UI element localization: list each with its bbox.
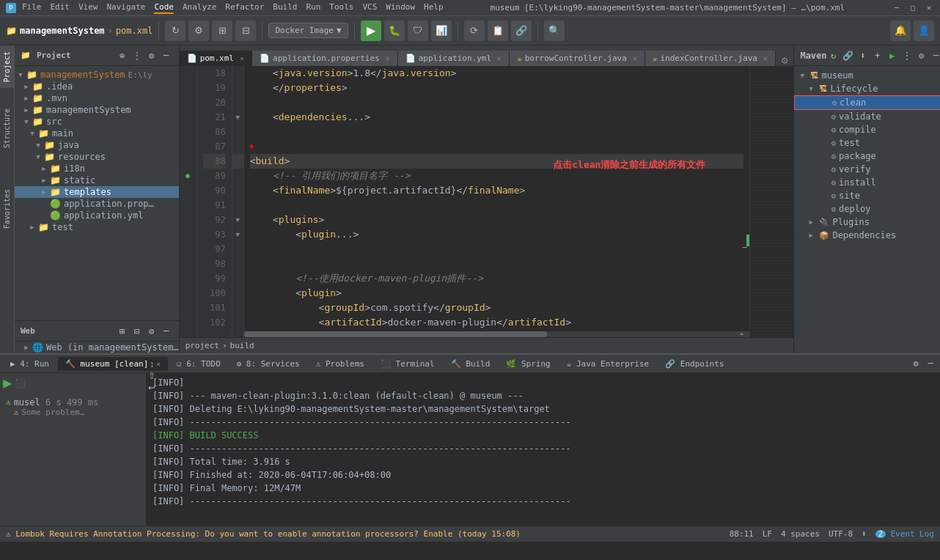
project-label[interactable]: managementSystem	[20, 26, 105, 36]
breadcrumb-build[interactable]: build	[230, 341, 254, 350]
panel-settings-button[interactable]: ⚙	[145, 49, 158, 62]
maven-refresh-button[interactable]: ↻	[827, 49, 840, 62]
minimize-button[interactable]: ─	[892, 3, 902, 13]
web-expand-button[interactable]: ⊞	[116, 325, 129, 338]
menu-run[interactable]: Run	[306, 2, 320, 14]
maven-item-package[interactable]: ⚙ package	[794, 150, 940, 163]
wrap-btn[interactable]: ↩	[148, 383, 155, 393]
profiler-button[interactable]: 📊	[431, 21, 452, 41]
side-btn1[interactable]: ↕	[148, 359, 155, 369]
maven-settings-button[interactable]: ⚙	[915, 49, 928, 62]
vcs-button[interactable]: 📋	[488, 21, 508, 41]
project-side-tab[interactable]: Project	[0, 45, 14, 88]
maximize-button[interactable]: □	[908, 3, 918, 13]
settings-button[interactable]: ⚙	[188, 21, 209, 41]
line-ending-indicator[interactable]: LF	[763, 529, 772, 539]
tab-close-icon[interactable]: ✕	[386, 54, 390, 62]
tree-item-app-props[interactable]: 🟢 application.prop…	[15, 198, 179, 210]
maven-item-clean[interactable]: ⚙ clean	[794, 95, 940, 110]
tree-item-i18n[interactable]: ▶ 📁 i18n	[15, 163, 179, 174]
expand-button[interactable]: ⊞	[212, 21, 232, 41]
tab-app-props[interactable]: 📄 application.properties ✕	[252, 51, 398, 66]
maven-item-site[interactable]: ⚙ site	[794, 189, 940, 202]
run-button[interactable]: ▶	[361, 21, 381, 41]
tree-item-main[interactable]: ▼ 📁 main	[15, 128, 179, 139]
maven-item-install[interactable]: ⚙ install	[794, 176, 940, 189]
tab-close-icon[interactable]: ✕	[240, 54, 244, 62]
maven-add-button[interactable]: +	[871, 49, 884, 62]
run-green-button[interactable]: ▶	[3, 376, 12, 390]
terminal-tab[interactable]: ⬛ Terminal	[373, 357, 442, 371]
menu-file[interactable]: File	[22, 2, 42, 14]
search-everywhere-button[interactable]: 🔍	[544, 21, 565, 41]
web-settings-button[interactable]: ⚙	[145, 325, 158, 338]
menu-view[interactable]: View	[78, 2, 98, 14]
filter-button[interactable]: ⋮	[131, 49, 144, 62]
tree-item-static[interactable]: ▶ 📁 static	[15, 174, 179, 186]
refresh-button[interactable]: ↻	[165, 21, 186, 41]
file-label[interactable]: pom.xml	[116, 26, 153, 36]
menu-build[interactable]: Build	[273, 2, 297, 14]
problems-tab[interactable]: ⚠ Problems	[309, 357, 372, 371]
tree-item-idea[interactable]: ▶ 📁 .idea	[15, 81, 179, 92]
tab-close-icon[interactable]: ✕	[633, 54, 637, 62]
event-log-button[interactable]: 2 Event Log	[875, 529, 934, 539]
encoding-indicator[interactable]: UTF-8	[829, 529, 853, 539]
debug-button[interactable]: 🐛	[384, 21, 405, 41]
maven-run-button[interactable]: ▶	[886, 49, 899, 62]
tab-close-icon[interactable]: ✕	[763, 54, 768, 62]
tree-item-test[interactable]: ▶ 📁 test	[15, 221, 179, 233]
maven-item-deploy[interactable]: ⚙ deploy	[794, 202, 940, 215]
maven-item-verify[interactable]: ⚙ verify	[794, 163, 940, 176]
horizontal-scrollbar[interactable]: ►	[244, 331, 750, 337]
tree-item-ms[interactable]: ▶ 📁 managementSystem	[15, 104, 179, 116]
lombok-warning[interactable]: ⚠ Lombok Requires Annotation Processing:…	[6, 529, 521, 539]
menu-code[interactable]: Code	[154, 2, 174, 14]
web-collapse-button[interactable]: ⊟	[131, 325, 144, 338]
run-tab[interactable]: ▶ 4: Run	[3, 357, 56, 371]
breadcrumb-project[interactable]: project	[186, 341, 219, 350]
menu-tools[interactable]: Tools	[329, 2, 353, 14]
maven-item-validate[interactable]: ⚙ validate	[794, 110, 940, 123]
menu-analyze[interactable]: Analyze	[183, 2, 216, 14]
notifications-button[interactable]: 🔔	[890, 21, 911, 41]
bottom-settings-btn[interactable]: ⚙	[909, 357, 922, 370]
maven-item-lifecycle[interactable]: ▼ 🏗 Lifecycle	[794, 82, 940, 95]
menu-edit[interactable]: Edit	[51, 2, 70, 14]
code-content[interactable]: 点击clean清除之前生成的所有文件 <java.version>1.8</ja…	[244, 66, 750, 337]
stop-button[interactable]: ⬛	[15, 378, 26, 388]
maven-download-button[interactable]: ⬇	[856, 49, 870, 62]
close-button[interactable]: ✕	[924, 3, 934, 13]
tree-root[interactable]: ▼ 📁 managementSystem E:\ly	[15, 69, 179, 81]
maven-item-plugins[interactable]: ▶ 🔌 Plugins	[794, 215, 940, 229]
tree-item-src[interactable]: ▼ 📁 src	[15, 116, 179, 128]
tree-item-mvn[interactable]: ▶ 📁 .mvn	[15, 92, 179, 104]
share-button[interactable]: 🔗	[511, 21, 532, 41]
update-button[interactable]: ⟳	[464, 21, 485, 41]
tree-item-templates[interactable]: ▶ 📁 templates	[15, 186, 179, 198]
menu-vcs[interactable]: VCS	[362, 2, 377, 14]
todo-tab[interactable]: ☑ 6: TODO	[169, 357, 228, 371]
close-run-icon[interactable]: ✕	[156, 360, 161, 368]
maven-item-dependencies[interactable]: ▶ 📦 Dependencies	[794, 229, 940, 242]
menu-help[interactable]: Help	[424, 2, 444, 14]
spring-tab[interactable]: 🌿 Spring	[499, 357, 557, 371]
line-col-indicator[interactable]: 88:11	[730, 529, 754, 539]
tab-close-icon[interactable]: ✕	[497, 54, 502, 62]
tab-app-yml[interactable]: 📄 application.yml ✕	[398, 51, 510, 66]
web-minimize-button[interactable]: ─	[160, 325, 173, 338]
tree-item-resources[interactable]: ▼ 📁 resources	[15, 151, 179, 163]
tab-index[interactable]: ☕ indexController.java ✕	[645, 51, 776, 66]
menu-window[interactable]: Window	[386, 2, 415, 14]
maven-more-button[interactable]: ⋮	[900, 49, 914, 62]
menu-refactor[interactable]: Refactor	[225, 2, 264, 14]
maven-item-compile[interactable]: ⚙ compile	[794, 123, 940, 136]
favorites-side-tab[interactable]: Favorites	[0, 183, 14, 235]
bottom-close-btn[interactable]: ─	[924, 357, 937, 370]
side-btn2[interactable]: ⇧	[148, 371, 155, 381]
tab-borrow[interactable]: ☕ borrowController.java ✕	[510, 51, 645, 66]
coverage-button[interactable]: 🛡	[408, 21, 428, 41]
maven-link-button[interactable]: 🔗	[842, 49, 855, 62]
indent-indicator[interactable]: 4 spaces	[781, 529, 820, 539]
tab-pom[interactable]: 📄 pom.xml ✕	[180, 51, 252, 66]
